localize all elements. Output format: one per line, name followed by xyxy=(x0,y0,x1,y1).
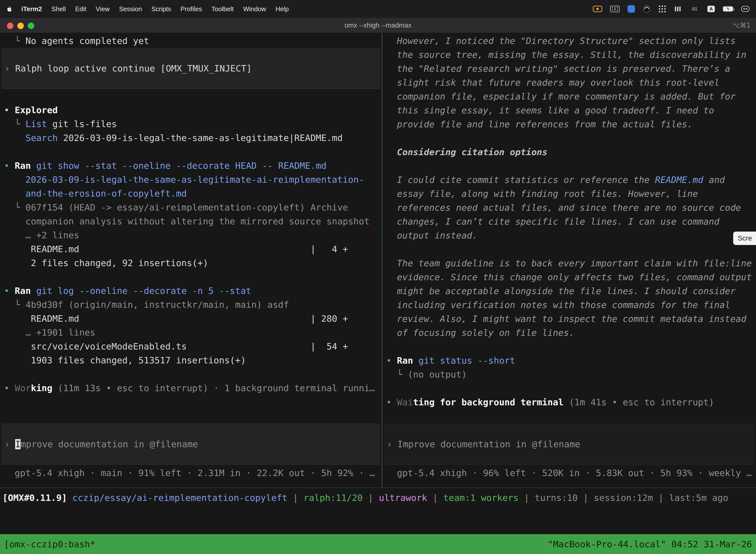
screen-recording-icon[interactable] xyxy=(593,6,602,12)
text-segment: ting for background terminal xyxy=(413,397,564,407)
blue-app-icon[interactable] xyxy=(628,5,635,13)
text-segment xyxy=(31,286,36,296)
screen-share-tooltip[interactable]: Scre xyxy=(733,232,756,245)
text-segment: • xyxy=(4,383,15,393)
terminal-area: └ No agents completed yet › Ralph loop a… xyxy=(0,33,756,488)
text-segment: › xyxy=(387,439,397,449)
text-segment: changes, I can’t cite specific file line… xyxy=(386,216,719,227)
menu-toolbelt[interactable]: Toolbelt xyxy=(211,5,234,13)
right-pane[interactable]: However, I noticed the "Directory Struct… xyxy=(382,33,756,488)
terminal-line: and-the-erosion-of-copyleft.md xyxy=(0,187,382,201)
menu-help[interactable]: Help xyxy=(275,5,289,13)
screen: iTerm2ShellEditViewSessionScriptsProfile… xyxy=(0,0,756,554)
text-segment: 2026-03-09-is-legal-the-same-as-legitima… xyxy=(4,174,364,185)
terminal-line: this single essay, it seems like a good … xyxy=(382,104,756,117)
text-segment: └ xyxy=(386,369,408,380)
text-segment: | xyxy=(578,493,594,503)
dark-app-icon[interactable] xyxy=(643,5,650,13)
text-segment: evidence. Since this change only affects… xyxy=(386,272,752,282)
terminal-line xyxy=(0,367,382,381)
text-segment: [OMX#0.11.9] xyxy=(2,493,72,503)
terminal-line: the "Related research writing" section i… xyxy=(382,62,756,76)
text-segment xyxy=(31,161,36,171)
terminal-line xyxy=(0,270,382,284)
prompt-input[interactable]: › Improve documentation in @filename xyxy=(384,424,755,465)
menu-profiles[interactable]: Profiles xyxy=(181,5,202,13)
battery-icon[interactable] xyxy=(723,6,733,12)
terminal-line xyxy=(0,145,382,159)
text-segment: and-the-erosion-of-copyleft.md xyxy=(4,188,187,199)
text-segment: The team guideline is to back every impo… xyxy=(386,258,752,268)
terminal-line: including verification notes with those … xyxy=(382,298,756,312)
text-segment: • xyxy=(4,105,15,115)
terminal-line: • Ran git status --short xyxy=(382,354,756,368)
gauge-icon[interactable] xyxy=(689,5,699,13)
left-pane[interactable]: └ No agents completed yet › Ralph loop a… xyxy=(0,33,382,488)
text-segment: … +1901 lines xyxy=(4,327,95,338)
terminal-line: 1903 files changed, 513517 insertions(+) xyxy=(0,353,382,367)
terminal-line: 2 files changed, 92 insertions(+) xyxy=(0,256,382,270)
app-grid-icon[interactable] xyxy=(658,5,666,13)
terminal-line: The team guideline is to back every impo… xyxy=(382,257,756,270)
text-segment: However, I noticed the "Directory Struct… xyxy=(386,36,736,46)
text-segment: Ran xyxy=(397,355,413,366)
stats-pill-icon[interactable] xyxy=(674,5,681,13)
text-segment: and xyxy=(703,175,725,185)
title-bar[interactable]: omx --xhigh --madmax ⌥⌘1 xyxy=(0,18,756,33)
terminal-line: src/voice/voiceModeEnabled.ts | 54 + xyxy=(0,340,382,353)
terminal-line xyxy=(382,242,756,257)
tmux-session-window-label[interactable]: [omx-cczip0:bash* xyxy=(4,539,95,549)
terminal-line: companion analysis without altering the … xyxy=(0,214,382,228)
prompt-input[interactable]: › Improve documentation in @filename xyxy=(1,424,380,465)
text-segment: Explored xyxy=(15,105,58,115)
terminal-line xyxy=(382,131,756,145)
text-segment: review. Also, I might want to inspect th… xyxy=(386,314,746,324)
menu-view[interactable]: View xyxy=(96,5,110,13)
text-segment: git show --stat --oneline --decorate HEA… xyxy=(36,161,326,171)
text-segment: 2026-03-09-is-legal-the-same-as-legitima… xyxy=(58,133,343,143)
terminal-line xyxy=(382,340,756,354)
text-segment: provide file and line references from th… xyxy=(386,119,693,129)
text-segment: ultrawork xyxy=(379,493,427,503)
text-segment: might be acceptable alongside the file l… xyxy=(386,286,736,296)
text-segment: Ran xyxy=(15,161,31,171)
text-segment: | xyxy=(288,493,304,503)
menu-shell[interactable]: Shell xyxy=(51,5,66,13)
text-segment: └ xyxy=(4,119,25,129)
tmux-host-clock-label: "MacBook-Pro-44.local" 04:52 31-Mar-26 xyxy=(548,539,752,549)
left-pane-content: └ No agents completed yet › Ralph loop a… xyxy=(0,34,382,395)
terminal-line: … +1901 lines xyxy=(0,326,382,340)
text-segment: | xyxy=(427,493,443,503)
terminal-line: changes, I can’t cite specific file line… xyxy=(382,215,756,229)
keyboard-icon[interactable] xyxy=(610,6,620,12)
text-segment: cczip/essay/ai-reimplementation-copyleft xyxy=(72,493,288,503)
terminal-line: └ List git ls-files xyxy=(0,117,382,131)
terminal-line: However, I noticed the "Directory Struct… xyxy=(382,34,756,48)
text-segment: src/voice/voiceModeEnabled.ts | 54 + xyxy=(4,341,348,351)
menu-scripts[interactable]: Scripts xyxy=(151,5,171,13)
text-segment: Improve documentation in @filename xyxy=(397,439,580,449)
text-segment: turns:10 xyxy=(535,493,578,503)
terminal-line: I could cite commit statistics or refere… xyxy=(382,173,756,187)
control-center-icon[interactable] xyxy=(741,6,750,12)
menu-session[interactable]: Session xyxy=(119,5,142,13)
text-segment: session:12m xyxy=(594,493,653,503)
apple-logo-icon xyxy=(6,5,13,13)
menu-iterm2[interactable]: iTerm2 xyxy=(21,5,42,13)
terminal-line: … +2 lines xyxy=(0,228,382,242)
text-segment: README.md | 4 + xyxy=(4,244,348,254)
text-segment: 067f154 (HEAD -> essay/ai-reimplementati… xyxy=(25,202,348,213)
window-shortcut-badge: ⌥⌘1 xyxy=(733,18,751,33)
terminal-line: output instead. xyxy=(382,229,756,242)
menu-window[interactable]: Window xyxy=(243,5,266,13)
terminal-line: companion file, especially if more comme… xyxy=(382,90,756,104)
text-segment xyxy=(413,355,419,366)
menu-edit[interactable]: Edit xyxy=(75,5,86,13)
text-segment: mprove documentation in @filename xyxy=(20,439,198,449)
input-source-icon[interactable] xyxy=(707,6,715,12)
terminal-line: └ No agents completed yet xyxy=(0,34,382,48)
terminal-line: • Working (11m 13s • esc to interrupt) ·… xyxy=(0,381,382,395)
text-segment: └ xyxy=(4,202,25,213)
model-status-line: gpt-5.4 xhigh · 96% left · 520K in · 5.8… xyxy=(386,466,756,480)
apple-menu-icon[interactable] xyxy=(6,5,13,13)
